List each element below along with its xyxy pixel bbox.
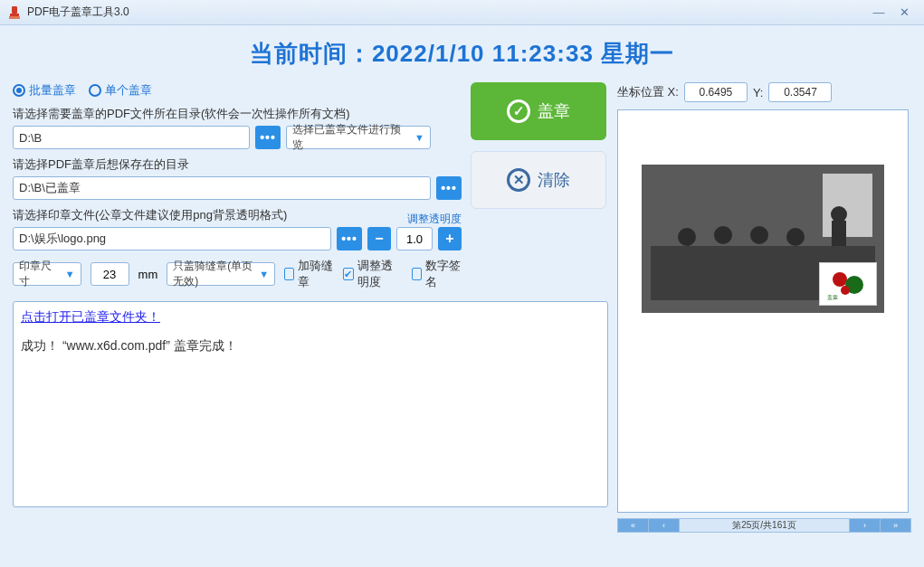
checkbox-off-icon: [284, 268, 294, 280]
checkbox-on-icon: [343, 268, 353, 280]
opacity-value[interactable]: 1.0: [396, 227, 433, 250]
qifeng-select-label: 只盖骑缝章(单页无效): [173, 259, 253, 289]
coord-x-label: 坐标位置 X:: [617, 84, 679, 100]
clear-button[interactable]: ✕清除: [471, 151, 606, 209]
close-button[interactable]: ✕: [891, 5, 917, 19]
dst-dir-label: 请选择PDF盖章后想保存在的目录: [13, 156, 462, 173]
stamp-file-browse-button[interactable]: •••: [337, 227, 362, 250]
dst-dir-input[interactable]: D:\B\已盖章: [13, 176, 431, 200]
radio-on-icon: [13, 84, 25, 97]
opacity-plus-button[interactable]: +: [438, 227, 462, 250]
coord-display: 坐标位置 X: 0.6495 Y: 0.3547: [617, 82, 911, 102]
current-time-banner: 当前时间：2022/1/10 11:23:33 星期一: [13, 38, 911, 70]
src-dir-browse-button[interactable]: •••: [255, 126, 281, 149]
coord-y-value[interactable]: 0.3547: [768, 82, 832, 102]
adjust-opacity-link[interactable]: 调整透明度: [407, 212, 462, 227]
preview-select[interactable]: 选择已盖章文件进行预览▼: [286, 126, 431, 149]
src-dir-label: 请选择需要盖章的PDF文件所在目录(软件会一次性操作所有文档): [13, 106, 462, 122]
log-output: 点击打开已盖章文件夹！ 成功！ “www.x6d.com.pdf” 盖章完成！: [13, 301, 608, 507]
svg-rect-1: [10, 14, 19, 16]
svg-point-8: [750, 226, 768, 244]
pdf-preview[interactable]: 盖章: [617, 109, 909, 513]
qifeng-select[interactable]: 只盖骑缝章(单页无效)▼: [167, 262, 275, 286]
pager-status: 第25页/共161页: [680, 519, 849, 532]
svg-text:盖章: 盖章: [827, 294, 838, 300]
stamp-overlay: 盖章: [819, 262, 877, 306]
opacity-minus-button[interactable]: −: [367, 227, 391, 250]
pager-first-button[interactable]: «: [618, 519, 649, 532]
titlebar: PDF电子盖章工具3.0 — ✕: [0, 0, 924, 25]
mm-label: mm: [138, 268, 158, 281]
document-thumbnail: 盖章: [642, 165, 884, 313]
x-circle-icon: ✕: [507, 168, 530, 192]
open-folder-link[interactable]: 点击打开已盖章文件夹！: [21, 309, 160, 326]
preview-select-label: 选择已盖章文件进行预览: [292, 122, 409, 153]
svg-rect-11: [832, 221, 846, 246]
radio-single[interactable]: 单个盖章: [89, 82, 152, 99]
preview-pager: « ‹ 第25页/共161页 › »: [617, 518, 911, 533]
checkbox-qifeng-label: 加骑缝章: [298, 258, 334, 290]
log-line: 成功！ “www.x6d.com.pdf” 盖章完成！: [21, 338, 600, 354]
check-circle-icon: ✓: [507, 99, 530, 123]
radio-single-label: 单个盖章: [105, 82, 152, 99]
stamp-logo-icon: 盖章: [824, 267, 872, 301]
svg-point-14: [841, 286, 850, 295]
checkbox-opacity-label: 调整透明度: [357, 258, 403, 290]
stamp-size-select-label: 印章尺寸: [19, 259, 60, 289]
minimize-button[interactable]: —: [866, 5, 891, 19]
svg-rect-2: [9, 16, 20, 19]
chevron-down-icon: ▼: [259, 269, 269, 279]
checkbox-sign[interactable]: 数字签名: [412, 258, 462, 290]
checkbox-sign-label: 数字签名: [425, 258, 462, 290]
app-logo-icon: [7, 5, 22, 20]
svg-rect-0: [12, 6, 17, 14]
radio-off-icon: [89, 84, 101, 97]
radio-batch[interactable]: 批量盖章: [13, 82, 76, 99]
svg-point-6: [678, 228, 696, 246]
stamp-file-label: 请选择印章文件(公章文件建议使用png背景透明格式): [13, 207, 287, 223]
checkbox-qifeng[interactable]: 加骑缝章: [284, 258, 334, 290]
pager-last-button[interactable]: »: [880, 519, 910, 532]
src-dir-input[interactable]: D:\B: [13, 126, 250, 149]
stamp-button-label: 盖章: [538, 100, 570, 122]
svg-point-9: [786, 228, 805, 246]
dst-dir-browse-button[interactable]: •••: [436, 176, 462, 200]
svg-point-12: [833, 272, 847, 287]
mode-radio-group: 批量盖章 单个盖章: [13, 82, 462, 99]
chevron-down-icon: ▼: [414, 132, 424, 143]
pager-next-button[interactable]: ›: [849, 519, 880, 532]
pager-prev-button[interactable]: ‹: [649, 519, 680, 532]
checkbox-opacity[interactable]: 调整透明度: [343, 258, 403, 290]
checkbox-off-icon: [412, 268, 422, 280]
svg-point-7: [714, 226, 732, 244]
chevron-down-icon: ▼: [65, 269, 75, 279]
stamp-file-input[interactable]: D:\娱乐\logo.png: [13, 227, 331, 250]
radio-batch-label: 批量盖章: [29, 82, 76, 99]
coord-y-label: Y:: [753, 86, 764, 99]
svg-rect-5: [823, 174, 872, 237]
stamp-size-select[interactable]: 印章尺寸▼: [13, 262, 81, 286]
stamp-size-value[interactable]: 23: [90, 262, 129, 286]
window-title: PDF电子盖章工具3.0: [27, 5, 129, 20]
svg-point-10: [831, 206, 847, 222]
coord-x-value[interactable]: 0.6495: [684, 82, 748, 102]
stamp-button[interactable]: ✓盖章: [471, 82, 606, 140]
clear-button-label: 清除: [538, 169, 570, 191]
